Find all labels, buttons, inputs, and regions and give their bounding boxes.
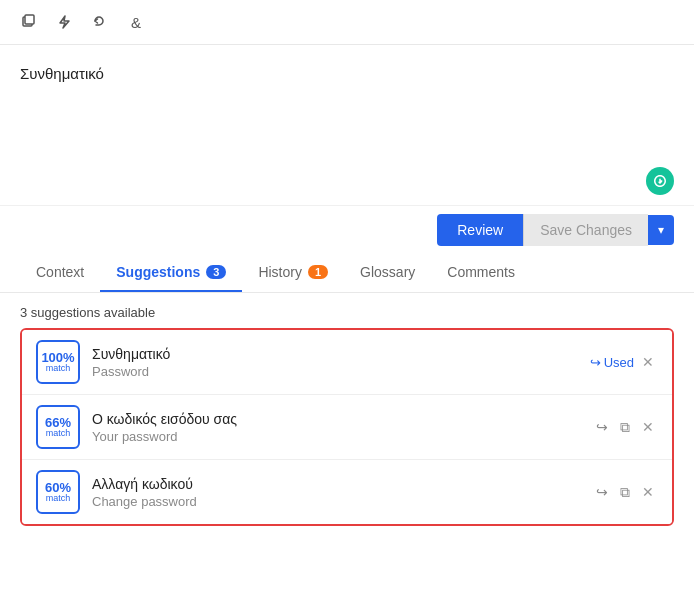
close-suggestion-3-button[interactable]: ✕: [638, 482, 658, 502]
svg-rect-1: [25, 15, 34, 24]
match-label-1: match: [46, 364, 71, 373]
match-badge-1: 100% match: [36, 340, 80, 384]
flash-button[interactable]: [48, 6, 80, 38]
suggestions-header: 3 suggestions available: [0, 293, 694, 328]
suggestion-sub-2: Your password: [92, 429, 592, 444]
suggestion-actions-1: ↪ Used ✕: [590, 352, 658, 372]
ampersand-icon: &: [131, 14, 141, 31]
used-arrow-icon: ↪: [590, 355, 601, 370]
match-label-3: match: [46, 494, 71, 503]
suggestion-item-3[interactable]: 60% match Αλλαγή κωδικού Change password…: [22, 460, 672, 524]
suggestion-sub-1: Password: [92, 364, 590, 379]
grammarly-button[interactable]: [646, 167, 674, 195]
chevron-down-icon: ▾: [658, 223, 664, 237]
close-suggestion-2-button[interactable]: ✕: [638, 417, 658, 437]
tab-history[interactable]: History 1: [242, 254, 344, 292]
close-suggestion-1-button[interactable]: ✕: [638, 352, 658, 372]
match-label-2: match: [46, 429, 71, 438]
copy-button[interactable]: [12, 6, 44, 38]
suggestion-sub-3: Change password: [92, 494, 592, 509]
copy-suggestion-2-button[interactable]: ⧉: [616, 417, 634, 438]
dropdown-button[interactable]: ▾: [648, 215, 674, 245]
used-text: Used: [604, 355, 634, 370]
tab-glossary-label: Glossary: [360, 264, 415, 280]
match-badge-3: 60% match: [36, 470, 80, 514]
suggestion-item-1[interactable]: 100% match Συνθηματικό Password ↪ Used ✕: [22, 330, 672, 395]
undo-icon: [92, 14, 108, 30]
suggestion-main-3: Αλλαγή κωδικού: [92, 476, 592, 492]
ampersand-button[interactable]: &: [120, 6, 152, 38]
suggestion-texts-1: Συνθηματικό Password: [92, 346, 590, 379]
tab-suggestions[interactable]: Suggestions 3: [100, 254, 242, 292]
tab-context[interactable]: Context: [20, 254, 100, 292]
suggestion-item-2[interactable]: 66% match Ο κωδικός εισόδου σας Your pas…: [22, 395, 672, 460]
tab-history-label: History: [258, 264, 302, 280]
copy-icon: [20, 14, 36, 30]
review-button[interactable]: Review: [437, 214, 523, 246]
toolbar: &: [0, 0, 694, 45]
suggestion-list: 100% match Συνθηματικό Password ↪ Used ✕…: [20, 328, 674, 526]
tab-comments[interactable]: Comments: [431, 254, 531, 292]
suggestion-actions-3: ↪ ⧉ ✕: [592, 482, 658, 503]
copy-suggestion-3-button[interactable]: ⧉: [616, 482, 634, 503]
used-label: ↪ Used: [590, 355, 634, 370]
tab-suggestions-label: Suggestions: [116, 264, 200, 280]
tab-glossary[interactable]: Glossary: [344, 254, 431, 292]
suggestion-main-1: Συνθηματικό: [92, 346, 590, 362]
insert-suggestion-3-button[interactable]: ↪: [592, 482, 612, 502]
suggestion-texts-2: Ο κωδικός εισόδου σας Your password: [92, 411, 592, 444]
suggestion-texts-3: Αλλαγή κωδικού Change password: [92, 476, 592, 509]
main-text: Συνθηματικό: [20, 65, 674, 82]
tab-context-label: Context: [36, 264, 84, 280]
action-bar: Review Save Changes ▾: [0, 205, 694, 254]
save-changes-button[interactable]: Save Changes: [523, 214, 648, 246]
suggestion-actions-2: ↪ ⧉ ✕: [592, 417, 658, 438]
content-area: Συνθηματικό: [0, 45, 694, 205]
undo-button[interactable]: [84, 6, 116, 38]
insert-suggestion-2-button[interactable]: ↪: [592, 417, 612, 437]
suggestion-main-2: Ο κωδικός εισόδου σας: [92, 411, 592, 427]
suggestions-badge: 3: [206, 265, 226, 279]
tabs: Context Suggestions 3 History 1 Glossary…: [0, 254, 694, 293]
history-badge: 1: [308, 265, 328, 279]
flash-icon: [56, 14, 72, 30]
match-badge-2: 66% match: [36, 405, 80, 449]
tab-comments-label: Comments: [447, 264, 515, 280]
grammarly-icon: [651, 172, 669, 190]
